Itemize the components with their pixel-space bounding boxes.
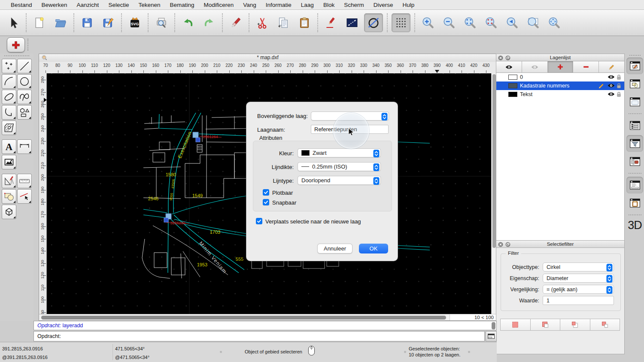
remove-layer-button[interactable] xyxy=(573,61,599,73)
circle-tool[interactable] xyxy=(17,74,32,89)
panel-property-editor-button[interactable] xyxy=(626,57,643,74)
line-tool[interactable] xyxy=(17,59,32,73)
save-as-button[interactable] xyxy=(99,14,117,32)
dimension-tool[interactable] xyxy=(17,139,32,154)
new-file-button[interactable] xyxy=(30,14,49,32)
parent-layer-combobox[interactable] xyxy=(311,112,389,121)
cancel-button[interactable]: Annuleer xyxy=(317,244,352,253)
command-input[interactable]: Opdracht: xyxy=(33,331,485,341)
layer-row[interactable]: 0 xyxy=(496,73,624,81)
panel-layer-list-button[interactable] xyxy=(626,117,643,134)
zoom-previous-button[interactable] xyxy=(503,14,521,32)
color-combobox[interactable]: Zwart xyxy=(298,148,381,157)
redo-button[interactable] xyxy=(200,14,218,32)
snap-grid-button[interactable] xyxy=(392,13,410,32)
close-icon[interactable] xyxy=(498,242,503,247)
panel-blocks-button[interactable] xyxy=(626,153,643,170)
close-icon[interactable] xyxy=(498,55,503,60)
layer-lock-icon[interactable] xyxy=(617,83,621,89)
zoom-out-button[interactable] xyxy=(440,14,458,32)
drawing-window-titlebar[interactable]: * map.dxf xyxy=(39,54,496,62)
layer-lock-icon[interactable] xyxy=(617,74,621,80)
zoom-auto-button[interactable] xyxy=(461,14,479,32)
add-command-button[interactable] xyxy=(7,37,25,52)
draw-polyline-red-button[interactable] xyxy=(322,14,340,32)
zoom-pan-button[interactable] xyxy=(545,14,563,32)
arc-tool[interactable] xyxy=(2,74,16,89)
layer-row[interactable]: Tekst xyxy=(496,90,624,99)
panel-library-browser-button[interactable] xyxy=(626,94,643,110)
menu-item-aanzicht[interactable]: Aanzicht xyxy=(72,2,104,8)
panel-command-line-button[interactable] xyxy=(626,177,643,193)
menu-item-vang[interactable]: Vang xyxy=(238,2,261,8)
ruler-tool[interactable] xyxy=(17,174,32,188)
trim-tool[interactable] xyxy=(17,189,32,204)
lineweight-combobox[interactable]: 0.25mm (ISO) xyxy=(298,162,381,171)
menu-item-diverse[interactable]: Diverse xyxy=(369,2,398,8)
paste-button[interactable] xyxy=(295,14,313,32)
menu-item-bemating[interactable]: Bemating xyxy=(165,2,199,8)
layer-row[interactable]: Kadastrale nummers xyxy=(496,81,624,90)
filter-intersect-selection-button[interactable] xyxy=(590,319,620,331)
pointer-button[interactable] xyxy=(4,14,22,32)
layer-visibility-icon[interactable] xyxy=(608,75,615,79)
modify-shapes-tool[interactable] xyxy=(2,189,16,204)
menu-item-scherm[interactable]: Scherm xyxy=(339,2,369,8)
zoom-window-button[interactable] xyxy=(524,14,542,32)
open-file-button[interactable] xyxy=(52,14,70,32)
panel-clipboard-button[interactable] xyxy=(626,195,643,211)
toolbar-drag-handle[interactable] xyxy=(27,39,28,51)
filter-new-selection-button[interactable] xyxy=(500,319,531,331)
command-history-scrollbar[interactable] xyxy=(492,322,495,329)
print-preview-button[interactable] xyxy=(152,14,170,32)
svg-export-button[interactable]: SVG xyxy=(126,14,144,32)
box-3d-tool[interactable] xyxy=(2,205,16,219)
filter-objecttype-combobox[interactable]: Cirkel xyxy=(543,262,614,272)
menu-item-selectie[interactable]: Selectie xyxy=(103,2,134,8)
polyline-tool[interactable] xyxy=(2,105,16,120)
undo-button[interactable] xyxy=(179,14,197,32)
erase-button[interactable] xyxy=(227,14,245,32)
menu-item-bewerken[interactable]: Bewerken xyxy=(37,2,72,8)
layer-visibility-icon[interactable] xyxy=(608,92,615,97)
dimension-tool-button[interactable] xyxy=(343,14,361,32)
float-panel-icon[interactable] xyxy=(505,55,510,60)
palette-drag-handle[interactable] xyxy=(4,55,29,56)
points-tool[interactable] xyxy=(2,59,16,73)
copy-button[interactable] xyxy=(274,14,292,32)
filter-waarde-input[interactable]: 1 xyxy=(543,296,614,305)
circle-2-point-button[interactable] xyxy=(364,13,383,32)
panel-selection-filter-button[interactable] xyxy=(626,135,643,152)
menu-item-laag[interactable]: Laag xyxy=(296,2,319,8)
plottable-checkbox[interactable] xyxy=(263,189,269,196)
menu-item-informatie[interactable]: Informatie xyxy=(261,2,296,8)
menu-item-bestand[interactable]: Bestand xyxy=(6,2,37,8)
filter-remove-from-selection-button[interactable] xyxy=(560,319,590,331)
edit-layer-icon[interactable] xyxy=(598,83,605,89)
cut-button[interactable] xyxy=(253,14,271,32)
menu-item-tekenen[interactable]: Tekenen xyxy=(134,2,165,8)
filter-add-to-selection-button[interactable] xyxy=(530,319,561,331)
float-panel-icon[interactable] xyxy=(505,242,510,247)
detach-command-line-button[interactable] xyxy=(486,331,497,341)
zoom-in-button[interactable] xyxy=(419,14,437,32)
horizontal-scrollbar-thumb[interactable] xyxy=(41,316,446,320)
image-tool[interactable] xyxy=(2,155,16,169)
command-history[interactable]: Opdracht: layeradd xyxy=(33,321,497,330)
toolbar-drag-handle[interactable] xyxy=(629,55,641,56)
drafting-tools-tool[interactable] xyxy=(2,174,16,188)
edit-layer-button[interactable] xyxy=(599,61,624,73)
panel-modify-shapes-button[interactable] xyxy=(626,75,643,92)
shapes-tool[interactable] xyxy=(17,105,32,120)
move-selection-checkbox[interactable] xyxy=(256,218,262,224)
menu-item-modificeren[interactable]: Modificeren xyxy=(199,2,239,8)
ok-button[interactable]: OK xyxy=(359,244,388,253)
hatch-tool[interactable] xyxy=(2,121,16,135)
spline-tool[interactable] xyxy=(17,90,32,104)
menu-item-hulp[interactable]: Hulp xyxy=(398,2,419,8)
linetype-combobox[interactable]: Doorlopend xyxy=(298,176,381,185)
text-tool[interactable]: A xyxy=(2,139,16,154)
snappable-checkbox[interactable] xyxy=(263,199,269,205)
save-button[interactable] xyxy=(78,14,96,32)
layer-name-input[interactable] xyxy=(311,125,389,134)
